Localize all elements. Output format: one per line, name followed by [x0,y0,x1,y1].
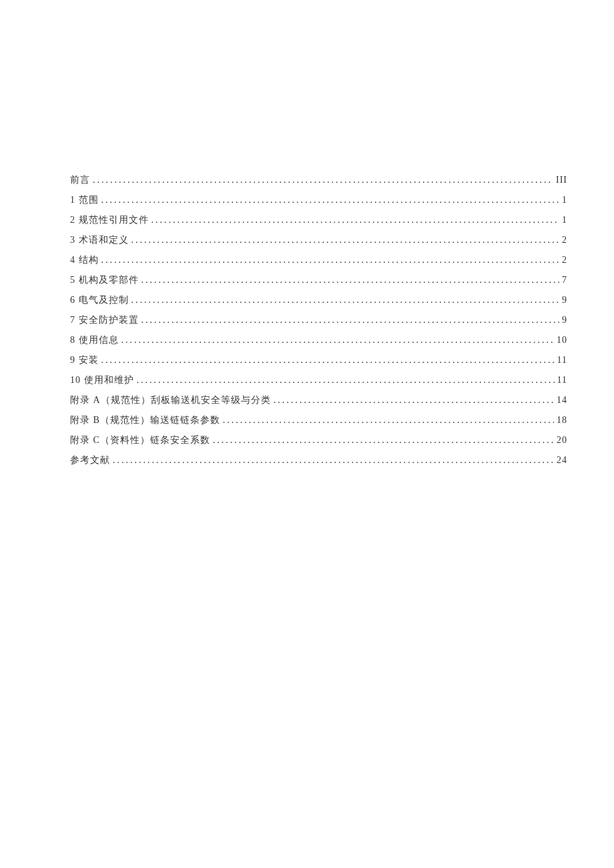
toc-title: 6 电气及控制 [70,290,129,310]
toc-leader-dots [131,290,560,310]
toc-entry: 4 结构 2 [70,250,567,270]
toc-entry: 1 范围 1 [70,190,567,210]
toc-page-number: 14 [557,390,567,410]
toc-entry: 附录 B（规范性）输送链链条参数 18 [70,410,567,430]
toc-entry: 8 使用信息 10 [70,330,567,350]
toc-leader-dots [101,350,555,370]
toc-page-number: 9 [562,290,567,310]
toc-entry: 7 安全防护装置 9 [70,310,567,330]
toc-page-number: 2 [562,230,567,250]
toc-page-number: 20 [557,430,567,450]
toc-leader-dots [131,230,560,250]
toc-entry: 10 使用和维护 11 [70,370,567,390]
toc-leader-dots [101,190,560,210]
toc-page-number: 9 [562,310,567,330]
toc-entry: 前言 III [70,170,567,190]
toc-page-number: 1 [562,210,567,230]
toc-page-number: 11 [557,350,567,370]
toc-page-number: 2 [562,250,567,270]
toc-leader-dots [274,390,554,410]
toc-entry: 参考文献 24 [70,450,567,470]
toc-page-number: 18 [557,410,567,430]
toc-title: 4 结构 [70,250,99,270]
toc-title: 1 范围 [70,190,99,210]
toc-title: 3 术语和定义 [70,230,129,250]
toc-leader-dots [121,330,555,350]
toc-entry: 2 规范性引用文件 1 [70,210,567,230]
toc-page-number: 24 [557,450,567,470]
toc-leader-dots [141,310,560,330]
toc-leader-dots [151,210,560,230]
toc-title: 参考文献 [70,450,110,470]
toc-title: 8 使用信息 [70,330,119,350]
toc-page-number: 1 [562,190,567,210]
toc-page-number: 11 [557,370,567,390]
toc-leader-dots [141,270,560,290]
toc-entry: 附录 A（规范性）刮板输送机安全等级与分类 14 [70,390,567,410]
toc-leader-dots [213,430,554,450]
toc-leader-dots [113,450,554,470]
toc-page-number: III [556,170,567,190]
toc-title: 5 机构及零部件 [70,270,139,290]
toc-leader-dots [93,170,553,190]
toc-entry: 6 电气及控制 9 [70,290,567,310]
toc-leader-dots [101,250,560,270]
toc-leader-dots [137,370,555,390]
toc-title: 附录 C（资料性）链条安全系数 [70,430,210,450]
toc-leader-dots [223,410,554,430]
toc-page-number: 10 [557,330,567,350]
toc-title: 9 安装 [70,350,99,370]
table-of-contents: 前言 III 1 范围 1 2 规范性引用文件 1 3 术语和定义 2 4 结构… [70,170,567,470]
toc-title: 10 使用和维护 [70,370,134,390]
toc-title: 附录 B（规范性）输送链链条参数 [70,410,220,430]
toc-title: 前言 [70,170,90,190]
toc-title: 7 安全防护装置 [70,310,139,330]
toc-entry: 附录 C（资料性）链条安全系数 20 [70,430,567,450]
toc-entry: 3 术语和定义 2 [70,230,567,250]
toc-entry: 9 安装 11 [70,350,567,370]
toc-page-number: 7 [562,270,567,290]
toc-title: 2 规范性引用文件 [70,210,149,230]
toc-title: 附录 A（规范性）刮板输送机安全等级与分类 [70,390,271,410]
toc-entry: 5 机构及零部件 7 [70,270,567,290]
